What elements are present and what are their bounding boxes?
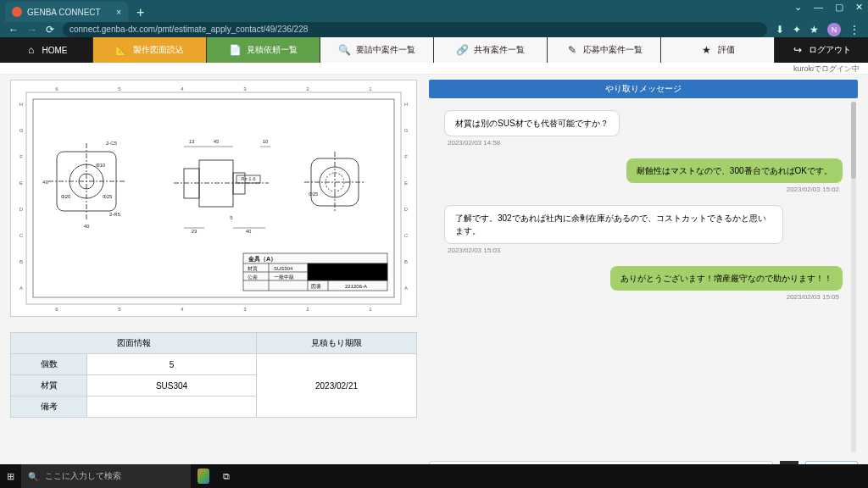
svg-text:40: 40: [84, 224, 90, 229]
nav-shared-label: 共有案件一覧: [474, 44, 525, 56]
info-header-drawing: 図面情報: [11, 333, 257, 354]
nav-home-label: HOME: [42, 46, 68, 55]
svg-text:D: D: [404, 207, 409, 212]
nav-reload-icon[interactable]: ⟳: [46, 24, 54, 36]
extension-icon[interactable]: ✦: [793, 24, 801, 36]
nav-requests[interactable]: 🔍 要請中案件一覧: [320, 37, 434, 63]
chat-bubble: 材質は別のSUS材でも代替可能ですか？: [444, 110, 620, 136]
task-view-icon[interactable]: ⧉: [216, 464, 236, 488]
svg-text:1: 1: [369, 307, 372, 312]
chat-timestamp: 2023/02/03 15:02: [787, 186, 839, 193]
nav-shared[interactable]: 🔗 共有案件一覧: [434, 37, 548, 63]
chevron-down-icon[interactable]: ⌄: [794, 2, 802, 13]
window-maximize-icon[interactable]: ▢: [835, 2, 843, 13]
nav-logout[interactable]: ↪ ログアウト: [775, 37, 868, 63]
svg-text:5: 5: [230, 215, 233, 220]
star-icon: ★: [701, 44, 713, 56]
svg-text:材質: 材質: [247, 266, 258, 272]
chat-scrollbar[interactable]: [851, 102, 856, 452]
svg-text:H: H: [19, 102, 23, 107]
svg-text:A: A: [404, 286, 408, 291]
info-qty-value: 5: [87, 354, 257, 375]
window-minimize-icon[interactable]: —: [814, 2, 823, 13]
tab-favicon: [12, 7, 22, 17]
svg-text:C: C: [19, 233, 24, 238]
svg-text:Φ20: Φ20: [61, 194, 71, 199]
nav-estimates-label: 見積依頼一覧: [247, 44, 298, 56]
taskbar-search[interactable]: 🔍 ここに入力して検索: [21, 464, 191, 488]
svg-text:2-C5: 2-C5: [106, 141, 118, 146]
nav-forward-icon[interactable]: →: [27, 24, 37, 36]
windows-taskbar: ⊞ 🔍 ここに入力して検索 ⧉: [0, 464, 868, 488]
chat-bubble: ありがとうございます！増産厳守なので助かります！！: [610, 266, 843, 291]
svg-text:2: 2: [306, 86, 309, 92]
svg-text:F: F: [404, 154, 408, 159]
nav-rating-label: 評価: [718, 44, 735, 56]
svg-text:金具（A）: 金具（A）: [248, 256, 276, 263]
bookmark-icon[interactable]: ★: [810, 24, 819, 36]
svg-text:221206-A: 221206-A: [345, 284, 367, 289]
svg-text:図番: 図番: [311, 284, 321, 289]
nav-applications[interactable]: ✎ 応募中案件一覧: [548, 37, 661, 63]
nav-estimates[interactable]: 📄 見積依頼一覧: [207, 37, 320, 63]
info-qty-label: 個数: [11, 354, 87, 375]
svg-text:Rz 1.6: Rz 1.6: [241, 176, 256, 181]
chat-timestamp: 2023/02/03 14:58: [448, 139, 500, 147]
download-icon[interactable]: ⬇: [776, 24, 784, 36]
info-notes-label: 備考: [11, 396, 87, 418]
svg-text:G: G: [404, 128, 409, 133]
chat-body[interactable]: 材質は別のSUS材でも代替可能ですか？2023/02/03 14:58耐蝕性はマ…: [429, 98, 858, 456]
svg-text:G: G: [19, 128, 24, 133]
svg-text:A: A: [19, 286, 23, 291]
chat-message: 耐蝕性はマストなので、300番台であればOKです。2023/02/03 15:0…: [444, 158, 843, 193]
svg-text:H: H: [404, 102, 408, 107]
window-close-icon[interactable]: ✕: [855, 2, 863, 13]
info-notes-value: [87, 396, 257, 418]
address-url: connect.genba-dx.com/pmt/estimate_apply_…: [70, 25, 308, 34]
nav-rating[interactable]: ★ 評価: [661, 37, 775, 63]
address-bar[interactable]: connect.genba-dx.com/pmt/estimate_apply_…: [63, 22, 767, 37]
tab-close-icon[interactable]: ×: [116, 8, 121, 17]
tab-title: GENBA CONNECT: [27, 8, 101, 17]
svg-text:E: E: [404, 180, 408, 186]
pen-icon: ✎: [566, 44, 578, 56]
new-tab-button[interactable]: +: [136, 3, 144, 22]
browser-tab[interactable]: GENBA CONNECT ×: [5, 2, 128, 22]
svg-text:40: 40: [246, 229, 252, 234]
taskbar-app[interactable]: [191, 464, 216, 488]
svg-rect-42: [184, 169, 199, 198]
drawing-viewer[interactable]: 654321 654321 HGFEDCBA HGFEDCBA Φ10 Φ20 …: [10, 80, 417, 317]
upload-icon: 📐: [116, 44, 128, 56]
profile-avatar[interactable]: N: [827, 23, 841, 36]
svg-text:D: D: [19, 207, 24, 212]
nav-requests-label: 要請中案件一覧: [356, 44, 415, 56]
chat-message: ありがとうございます！増産厳守なので助かります！！2023/02/03 15:0…: [444, 266, 843, 301]
menu-icon[interactable]: ⋮: [849, 24, 860, 36]
svg-text:23: 23: [192, 229, 198, 234]
nav-upload[interactable]: 📐 製作図面読込: [93, 37, 207, 63]
svg-text:Φ25: Φ25: [309, 191, 319, 197]
svg-text:E: E: [19, 180, 23, 186]
chat-bubble: 了解です。302であれば社内に余剰在庫があるので、コストカットできるかと思います…: [444, 205, 783, 244]
svg-text:5: 5: [118, 86, 121, 92]
nav-back-icon[interactable]: ←: [8, 24, 19, 36]
app-nav: ⌂ HOME 📐 製作図面読込 📄 見積依頼一覧 🔍 要請中案件一覧 🔗 共有案…: [0, 37, 868, 63]
svg-text:4: 4: [181, 307, 184, 312]
svg-text:F: F: [19, 154, 23, 159]
nav-logout-label: ログアウト: [809, 44, 851, 56]
chat-header: やり取りメッセージ: [429, 80, 858, 98]
svg-text:SUS304: SUS304: [274, 266, 293, 271]
start-button[interactable]: ⊞: [0, 464, 21, 488]
svg-text:6: 6: [55, 307, 58, 312]
svg-text:B: B: [19, 259, 23, 264]
chat-message: 材質は別のSUS材でも代替可能ですか？2023/02/03 14:58: [444, 110, 843, 147]
svg-rect-43: [199, 160, 233, 207]
svg-text:45: 45: [214, 139, 220, 144]
nav-home[interactable]: ⌂ HOME: [0, 37, 93, 63]
home-icon: ⌂: [25, 44, 37, 56]
svg-text:Φ25: Φ25: [103, 194, 113, 199]
svg-text:一般中級: 一般中級: [274, 274, 294, 280]
svg-text:5: 5: [118, 307, 121, 312]
info-deadline-value: 2023/02/21: [257, 354, 417, 418]
drawing-info-table: 図面情報 見積もり期限 個数 5 2023/02/21 材質 SUS304 備考: [10, 332, 417, 418]
